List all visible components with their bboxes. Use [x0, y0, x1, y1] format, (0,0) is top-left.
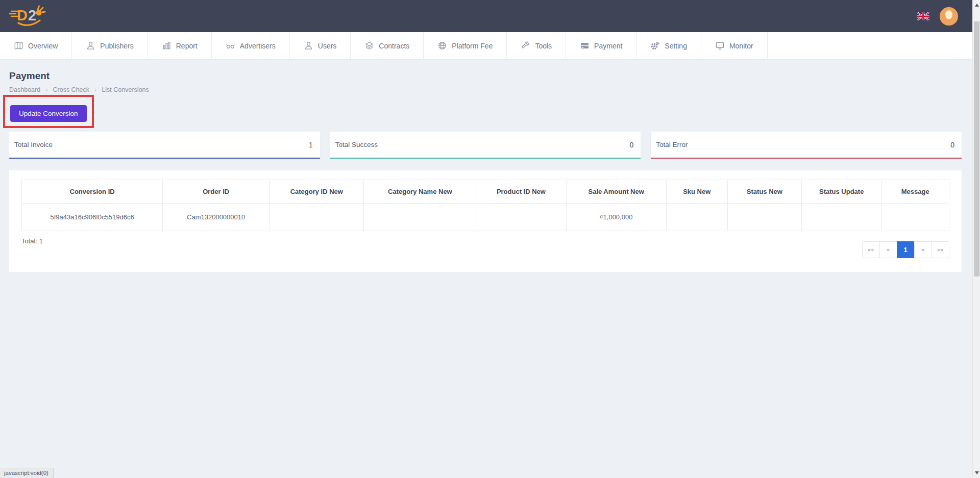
nav-label: Users — [318, 42, 337, 50]
col-category-id-new: Category ID New — [270, 180, 364, 204]
nav-label: Setting — [665, 42, 687, 50]
nav-label: Overview — [28, 42, 58, 50]
conversions-panel: Conversion ID Order ID Category ID New C… — [9, 170, 962, 272]
cell-conversion-id: 5f9a43a16c906f0c5519d6c6 — [22, 204, 163, 231]
glasses-icon — [226, 41, 235, 51]
total-count-label: Total: 1 — [21, 237, 43, 245]
topbar-right-group — [917, 7, 958, 26]
gear-icon — [650, 41, 660, 51]
card-value: 0 — [950, 141, 954, 149]
svg-text:2: 2 — [28, 7, 36, 23]
wrench-icon — [521, 41, 530, 51]
breadcrumb: Dashboard › Cross Check › List Conversio… — [9, 86, 149, 93]
nav-item-payment[interactable]: Payment — [566, 32, 636, 59]
credit-card-icon — [580, 41, 590, 51]
top-bar: D 2 — [0, 0, 972, 32]
total-invoice-card: Total Invoice 1 — [9, 132, 320, 159]
pagination-first-button[interactable]: «« — [862, 241, 880, 258]
nav-item-contracts[interactable]: Contracts — [351, 32, 424, 59]
pagination-page-1-button[interactable]: 1 — [897, 241, 915, 258]
card-label: Total Error — [656, 141, 688, 148]
page-header: Payment Dashboard › Cross Check › List C… — [9, 60, 149, 93]
nav-label: Platform Fee — [452, 42, 493, 50]
avatar-person-icon — [940, 7, 958, 26]
breadcrumb-separator: › — [94, 86, 96, 93]
nav-item-report[interactable]: Report — [148, 32, 212, 59]
monitor-icon — [715, 41, 725, 51]
bar-chart-icon — [162, 41, 172, 51]
d2-logo-icon: D 2 — [9, 4, 46, 29]
col-status-new: Status New — [727, 180, 801, 204]
page-title: Payment — [9, 70, 149, 82]
nav-item-overview[interactable]: Overview — [0, 32, 72, 59]
nav-label: Advertisers — [240, 42, 276, 50]
card-label: Total Success — [335, 141, 378, 148]
stat-cards: Total Invoice 1 Total Success 0 Total Er… — [9, 132, 962, 159]
nav-item-users[interactable]: Users — [290, 32, 351, 59]
nav-item-platform-fee[interactable]: Platform Fee — [424, 32, 507, 59]
cell-status-new — [727, 204, 801, 231]
nav-item-advertisers[interactable]: Advertisers — [212, 32, 290, 59]
cell-category-name-new — [364, 204, 476, 231]
cell-sku-new — [666, 204, 727, 231]
uk-flag-icon[interactable] — [917, 12, 929, 20]
cell-sale-amount-new: ₫1,000,000 — [566, 204, 666, 231]
globe-icon — [437, 41, 447, 51]
breadcrumb-dashboard[interactable]: Dashboard — [9, 86, 40, 93]
nav-item-monitor[interactable]: Monitor — [701, 32, 768, 59]
pagination: «« « 1 » »» — [862, 241, 949, 258]
nav-item-publishers[interactable]: Publishers — [72, 32, 148, 59]
vertical-scrollbar[interactable] — [972, 0, 980, 478]
person-icon — [86, 41, 95, 51]
table-row: 5f9a43a16c906f0c5519d6c6 Cam132000000010… — [22, 204, 949, 231]
card-value: 0 — [630, 141, 634, 149]
scroll-up-icon[interactable] — [973, 1, 980, 9]
link-status-tooltip: javascript:void(0) — [0, 468, 54, 478]
col-message: Message — [881, 180, 949, 204]
nav-label: Monitor — [729, 42, 753, 50]
main-nav: Overview Publishers Report Advertisers U… — [0, 32, 972, 60]
nav-label: Publishers — [100, 42, 133, 50]
col-sku-new: Sku New — [666, 180, 727, 204]
svg-text:D: D — [17, 7, 28, 23]
pagination-prev-button[interactable]: « — [879, 241, 897, 258]
cell-product-id-new — [476, 204, 566, 231]
nav-label: Payment — [594, 42, 622, 50]
person-icon — [304, 41, 313, 51]
layers-icon — [364, 41, 374, 51]
scrollbar-thumb[interactable] — [974, 21, 979, 276]
cell-order-id: Cam132000000010 — [163, 204, 270, 231]
update-conversion-button[interactable]: Update Conversion — [10, 105, 87, 122]
panel-footer: Total: 1 «« « 1 » »» — [21, 237, 949, 258]
card-label: Total Invoice — [14, 141, 53, 148]
total-success-card: Total Success 0 — [330, 132, 641, 159]
pagination-next-button[interactable]: » — [914, 241, 932, 258]
breadcrumb-cross-check[interactable]: Cross Check — [53, 86, 90, 93]
cell-category-id-new — [270, 204, 364, 231]
conversions-table: Conversion ID Order ID Category ID New C… — [21, 180, 949, 231]
table-header-row: Conversion ID Order ID Category ID New C… — [22, 180, 949, 204]
card-value: 1 — [309, 141, 313, 149]
cell-message — [881, 204, 949, 231]
map-icon — [14, 41, 23, 51]
col-category-name-new: Category Name New — [364, 180, 476, 204]
col-status-update: Status Update — [802, 180, 881, 204]
nav-label: Contracts — [379, 42, 409, 50]
nav-label: Report — [176, 42, 198, 50]
nav-item-tools[interactable]: Tools — [507, 32, 566, 59]
d2-logo[interactable]: D 2 — [9, 4, 46, 29]
breadcrumb-list-conversions[interactable]: List Conversions — [102, 86, 149, 93]
col-product-id-new: Product ID New — [476, 180, 566, 204]
breadcrumb-separator: › — [45, 86, 47, 93]
nav-item-setting[interactable]: Setting — [636, 32, 701, 59]
col-order-id: Order ID — [163, 180, 270, 204]
total-error-card: Total Error 0 — [651, 132, 962, 159]
col-sale-amount-new: Sale Amount New — [566, 180, 666, 204]
cell-status-update — [802, 204, 881, 231]
pagination-last-button[interactable]: »» — [932, 241, 949, 258]
scroll-down-icon[interactable] — [973, 469, 980, 477]
col-conversion-id: Conversion ID — [22, 180, 163, 204]
user-avatar[interactable] — [940, 7, 958, 26]
nav-label: Tools — [535, 42, 552, 50]
